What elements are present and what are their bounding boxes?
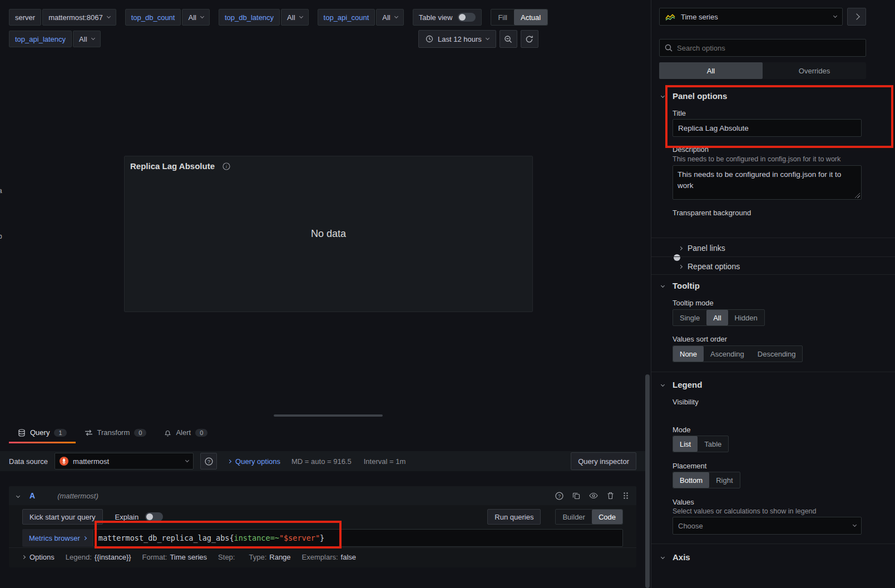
legend-values-label: Values (673, 498, 694, 506)
collapse-query-row-icon[interactable] (16, 493, 20, 497)
variable-top-db-latency: top_db_latency All (219, 9, 309, 26)
tooltip-mode-label: Tooltip mode (673, 299, 714, 307)
chevron-down-icon (299, 14, 303, 18)
kick-start-query-button[interactable]: Kick start your query (22, 509, 103, 525)
delete-query-trash-icon[interactable] (607, 492, 614, 500)
zoom-out-icon (504, 35, 512, 43)
query-options-expand[interactable]: Options (22, 553, 55, 561)
variable-value-top-api-count[interactable]: All (376, 9, 403, 26)
drag-handle-icon[interactable] (623, 492, 629, 500)
code-mode-option[interactable]: Code (592, 510, 622, 524)
panel-links-section[interactable]: Panel links (679, 241, 725, 255)
collapse-options-pane-button[interactable] (847, 8, 866, 26)
legend-placement-group: Bottom Right (673, 472, 740, 488)
collapse-section-icon[interactable] (661, 284, 665, 288)
summary-step: Step: (218, 553, 238, 561)
help-circle-icon[interactable]: ? (555, 492, 563, 500)
variable-top-api-count: top_api_count All (318, 9, 404, 26)
variable-label-server: server (9, 9, 41, 26)
repeat-options-section[interactable]: Repeat options (679, 259, 740, 274)
time-series-chart-icon (665, 13, 675, 21)
angle-right-icon (853, 13, 859, 19)
variable-label-top-db-count[interactable]: top_db_count (125, 9, 181, 26)
filter-tab-all[interactable]: All (659, 62, 763, 79)
builder-mode-option[interactable]: Builder (556, 510, 591, 524)
legend-mode-table[interactable]: Table (698, 436, 728, 452)
tab-alert[interactable]: Alert 0 (155, 424, 216, 443)
main-scrollbar-thumb[interactable] (645, 374, 650, 588)
tooltip-mode-all[interactable]: All (706, 310, 728, 325)
query-toolbar: Kick start your query Explain Run querie… (9, 505, 636, 528)
datasource-help-button[interactable]: ? (200, 453, 217, 470)
tooltip-mode-single[interactable]: Single (673, 310, 706, 325)
query-options-summary-row: Options Legend:{{instance}} Format:Time … (9, 547, 636, 566)
divider (651, 274, 895, 275)
hide-query-eye-icon[interactable] (589, 492, 598, 499)
collapse-section-icon[interactable] (661, 94, 665, 98)
collapse-section-icon[interactable] (661, 555, 665, 559)
clock-icon (426, 35, 433, 43)
legend-values-select[interactable]: Choose (673, 517, 862, 535)
fill-mode-option[interactable]: Fill (491, 9, 514, 25)
query-editor-row: A (mattermost) ? Kick start your query E… (9, 486, 636, 567)
panel-description-textarea[interactable]: This needs to be configured in config.js… (673, 165, 862, 200)
refresh-button[interactable] (521, 30, 538, 48)
actual-mode-option[interactable]: Actual (514, 9, 547, 25)
table-view-toggle[interactable] (458, 13, 476, 22)
datasource-bar: Data source mattermost ? Query options M… (0, 451, 645, 471)
run-queries-button[interactable]: Run queries (487, 509, 541, 525)
panel-preview: Replica Lag Absolute i No data (124, 156, 533, 312)
legend-mode-label: Mode (673, 426, 691, 434)
tab-query[interactable]: Query 1 (9, 424, 76, 443)
filter-tab-overrides[interactable]: Overrides (763, 62, 866, 79)
database-icon (18, 429, 26, 437)
variable-top-api-latency: top_api_latency All (9, 31, 101, 47)
metrics-browser-button[interactable]: Metrics browser (22, 529, 93, 547)
expr-label-name: instance (234, 533, 270, 542)
chevron-right-icon (22, 555, 26, 559)
legend-section-header[interactable]: Legend (673, 380, 702, 389)
title-field-label: Title (673, 109, 686, 117)
legend-mode-group: List Table (673, 436, 729, 452)
explain-toggle[interactable] (145, 512, 163, 521)
edge-fragment: b (0, 233, 2, 240)
sort-ascending[interactable]: Ascending (704, 346, 751, 362)
legend-mode-list[interactable]: List (673, 436, 698, 452)
panel-size-mode-group: Fill Actual (491, 9, 548, 26)
panel-title-input[interactable] (673, 119, 862, 137)
visualization-picker[interactable]: Time series (659, 8, 843, 26)
tab-transform[interactable]: Transform 0 (76, 424, 156, 443)
collapse-section-icon[interactable] (661, 383, 665, 387)
panel-options-header[interactable]: Panel options (673, 91, 727, 101)
tooltip-mode-hidden[interactable]: Hidden (728, 310, 764, 325)
time-zoom-out-button[interactable] (500, 30, 517, 48)
variable-value-server[interactable]: mattermost:8067 (42, 9, 116, 26)
variable-value-top-db-latency[interactable]: All (281, 9, 308, 26)
variable-label-top-api-count[interactable]: top_api_count (318, 9, 375, 26)
bell-icon (164, 429, 171, 437)
promql-expression-input[interactable]: mattermost_db_replica_lag_abs{instance=~… (93, 529, 623, 547)
sort-descending[interactable]: Descending (751, 346, 803, 362)
placement-right[interactable]: Right (709, 472, 739, 488)
duplicate-query-icon[interactable] (572, 492, 580, 500)
legend-placement-label: Placement (673, 462, 706, 470)
search-options-input[interactable] (677, 44, 861, 52)
variable-value-top-api-latency[interactable]: All (73, 31, 100, 47)
query-options-toggle[interactable]: Query options (228, 457, 280, 466)
dashboard-variables-row: server mattermost:8067 top_db_count All … (9, 9, 548, 26)
variable-label-top-db-latency[interactable]: top_db_latency (219, 9, 280, 26)
placement-bottom[interactable]: Bottom (673, 472, 709, 488)
chevron-down-icon (107, 14, 111, 18)
variable-server: server mattermost:8067 (9, 9, 116, 26)
panel-resize-handle[interactable] (274, 414, 383, 417)
axis-section-header[interactable]: Axis (673, 552, 690, 562)
time-range-picker[interactable]: Last 12 hours (418, 30, 496, 48)
tooltip-section-header[interactable]: Tooltip (673, 281, 700, 290)
datasource-picker[interactable]: mattermost (55, 453, 194, 470)
query-row-header[interactable]: A (mattermost) ? (9, 486, 636, 505)
sort-none[interactable]: None (673, 346, 704, 362)
query-inspector-button[interactable]: Query inspector (571, 452, 636, 470)
variable-value-top-db-count[interactable]: All (182, 9, 209, 26)
variable-label-top-api-latency[interactable]: top_api_latency (9, 31, 72, 47)
tooltip-mode-group: Single All Hidden (673, 309, 765, 326)
